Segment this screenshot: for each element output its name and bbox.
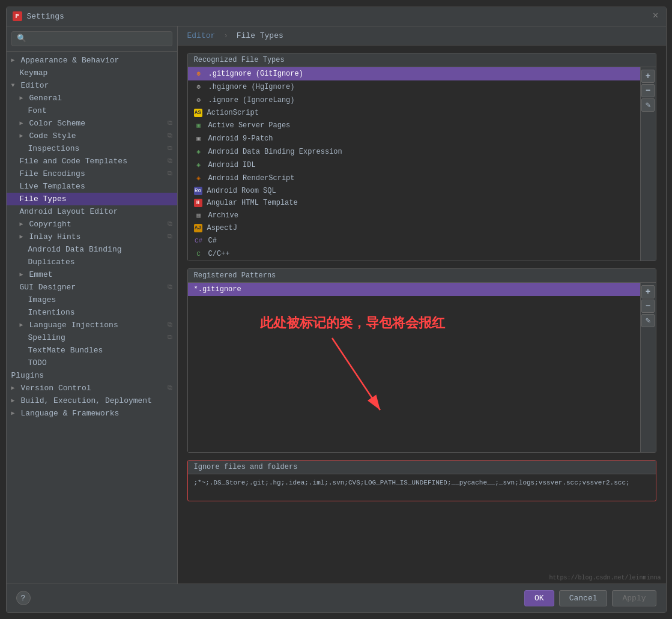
- copy-icon-copyright: ⧉: [168, 220, 172, 228]
- list-item-aspectj[interactable]: AJ AspectJ: [188, 222, 640, 234]
- list-item-gitignore[interactable]: ⚙ .gitignore (GitIgnore): [188, 67, 640, 80]
- list-item-android-databinding[interactable]: ◈ Android Data Binding Expression: [188, 145, 640, 159]
- sidebar-item-todo[interactable]: TODO: [7, 357, 177, 369]
- sidebar-item-appearance[interactable]: Appearance & Behavior: [7, 54, 177, 67]
- remove-pattern-button[interactable]: −: [641, 300, 655, 313]
- sidebar-item-label: TextMate Bundles: [28, 346, 103, 355]
- breadcrumb-separator: ›: [223, 31, 228, 40]
- sidebar-item-emmet[interactable]: Emmet: [7, 268, 177, 281]
- sidebar-item-file-code-templates[interactable]: File and Code Templates ⧉: [7, 155, 177, 168]
- sidebar-tree: Appearance & Behavior Keymap Editor Gene…: [7, 52, 177, 584]
- help-button[interactable]: ?: [16, 591, 31, 605]
- list-item-asp[interactable]: ▣ Active Server Pages: [188, 119, 640, 132]
- sidebar-item-keymap[interactable]: Keymap: [7, 67, 177, 79]
- expand-arrow-build: [11, 397, 19, 404]
- edit-file-type-button[interactable]: ✎: [641, 98, 655, 112]
- sidebar-item-version-control[interactable]: Version Control ⧉: [7, 382, 177, 394]
- recognized-file-types-section: Recognized File Types ⚙ .gitignore (GitI…: [187, 53, 656, 261]
- list-item-angular-html[interactable]: H Angular HTML Template: [188, 197, 640, 209]
- sidebar-item-inlay-hints[interactable]: Inlay Hints ⧉: [7, 231, 177, 243]
- sidebar-item-general[interactable]: General: [7, 92, 177, 104]
- sidebar-item-label: Images: [28, 295, 56, 304]
- cancel-button[interactable]: Cancel: [559, 590, 608, 606]
- sidebar-item-file-encodings[interactable]: File Encodings ⧉: [7, 168, 177, 180]
- annotation-text: 此处被标记的类，导包将会报红: [260, 314, 445, 332]
- list-item-cpp[interactable]: C C/C++: [188, 247, 640, 261]
- list-item-room-sql[interactable]: Ro Android Room SQL: [188, 185, 640, 197]
- list-item-csharp[interactable]: C# C#: [188, 234, 640, 247]
- room-sql-icon: Ro: [194, 187, 202, 195]
- copy-icon-fct: ⧉: [168, 157, 172, 165]
- list-item-renderscript[interactable]: ◈ Android RenderScript: [188, 172, 640, 185]
- remove-file-type-button[interactable]: −: [641, 84, 655, 97]
- bottom-left: ?: [16, 591, 31, 605]
- expand-arrow-editor: [11, 82, 19, 89]
- ignore-icon: ⚙: [194, 95, 204, 105]
- copy-icon-code-style: ⧉: [168, 132, 172, 139]
- main-content: Editor › File Types Recognized File Type…: [178, 26, 666, 584]
- edit-pattern-button[interactable]: ✎: [641, 314, 655, 327]
- list-item-android9patch[interactable]: ▣ Android 9-Patch: [188, 132, 640, 145]
- sidebar-item-images[interactable]: Images: [7, 294, 177, 306]
- recognized-side-buttons: + − ✎: [640, 67, 656, 261]
- sidebar-item-code-style[interactable]: Code Style ⧉: [7, 130, 177, 142]
- ignore-input[interactable]: [188, 474, 656, 498]
- sidebar-item-language-injections[interactable]: Language Injections ⧉: [7, 319, 177, 331]
- hgignore-icon: ⚙: [194, 82, 204, 92]
- recognized-list-container: ⚙ .gitignore (GitIgnore) ⚙ .hgignore (Hg…: [188, 67, 656, 261]
- breadcrumb-parent[interactable]: Editor: [187, 31, 216, 40]
- sidebar-item-plugins[interactable]: Plugins: [7, 369, 177, 382]
- patterns-title: Registered Patterns: [194, 271, 276, 280]
- sidebar-item-label: Language & Frameworks: [21, 409, 120, 418]
- list-item-ignore[interactable]: ⚙ .ignore (IgnoreLang): [188, 94, 640, 107]
- add-pattern-button[interactable]: +: [641, 285, 655, 298]
- sidebar-item-copyright[interactable]: Copyright ⧉: [7, 218, 177, 231]
- sidebar-item-label: Version Control: [21, 384, 91, 393]
- apply-button[interactable]: Apply: [612, 590, 656, 606]
- sidebar-item-gui-designer[interactable]: GUI Designer ⧉: [7, 281, 177, 294]
- sidebar-item-inspections[interactable]: Inspections ⧉: [7, 142, 177, 155]
- sidebar-item-font[interactable]: Font: [7, 104, 177, 117]
- sidebar-item-label: Android Data Binding: [28, 245, 122, 254]
- pattern-item-gitignore[interactable]: *.gitignore: [188, 283, 640, 296]
- list-item-android-idl[interactable]: ◈ Android IDL: [188, 159, 640, 172]
- ok-button[interactable]: OK: [524, 590, 554, 606]
- sidebar: Appearance & Behavior Keymap Editor Gene…: [7, 26, 178, 584]
- list-item-label: Active Server Pages: [208, 121, 291, 130]
- list-item-label: .ignore (IgnoreLang): [208, 96, 295, 104]
- sidebar-item-android-layout-editor[interactable]: Android Layout Editor: [7, 205, 177, 218]
- list-item-archive[interactable]: ▦ Archive: [188, 209, 640, 222]
- list-item-label: C#: [208, 237, 217, 245]
- sidebar-item-label: File and Code Templates: [20, 157, 127, 166]
- list-item-actionscript[interactable]: AS ActionScript: [188, 107, 640, 119]
- gitignore-icon: ⚙: [194, 69, 204, 79]
- title-bar-left: P Settings: [13, 11, 64, 21]
- sidebar-item-spelling[interactable]: Spelling ⧉: [7, 331, 177, 344]
- close-button[interactable]: ×: [652, 12, 660, 20]
- copy-icon-inspections: ⧉: [168, 145, 172, 152]
- sidebar-item-live-templates[interactable]: Live Templates: [7, 180, 177, 193]
- aspectj-icon: AJ: [194, 224, 202, 232]
- expand-arrow-appearance: [11, 56, 19, 64]
- sidebar-item-label: Build, Execution, Deployment: [21, 396, 152, 405]
- sidebar-item-android-data-binding[interactable]: Android Data Binding: [7, 243, 177, 256]
- list-item-label: AspectJ: [207, 224, 237, 232]
- add-file-type-button[interactable]: +: [641, 70, 655, 83]
- sidebar-item-textmate-bundles[interactable]: TextMate Bundles: [7, 344, 177, 357]
- sidebar-item-editor[interactable]: Editor: [7, 79, 177, 92]
- sidebar-item-file-types[interactable]: File Types: [7, 193, 177, 205]
- sidebar-item-label: Copyright: [29, 220, 71, 229]
- sidebar-item-color-scheme[interactable]: Color Scheme ⧉: [7, 117, 177, 130]
- sidebar-item-duplicates[interactable]: Duplicates: [7, 256, 177, 268]
- list-item-hgignore[interactable]: ⚙ .hgignore (HgIgnore): [188, 80, 640, 94]
- copy-icon-fe: ⧉: [168, 170, 172, 177]
- ignore-section-header: Ignore files and folders: [188, 460, 656, 474]
- sidebar-item-label: Live Templates: [20, 182, 85, 191]
- sidebar-item-intentions[interactable]: Intentions: [7, 306, 177, 319]
- sidebar-item-label: Duplicates: [28, 258, 75, 267]
- sidebar-item-lang-frameworks[interactable]: Language & Frameworks: [7, 407, 177, 420]
- sidebar-item-label: Font: [28, 106, 47, 115]
- search-input[interactable]: [11, 31, 172, 46]
- sidebar-item-build-exec[interactable]: Build, Execution, Deployment: [7, 394, 177, 407]
- cpp-icon: C: [194, 249, 204, 259]
